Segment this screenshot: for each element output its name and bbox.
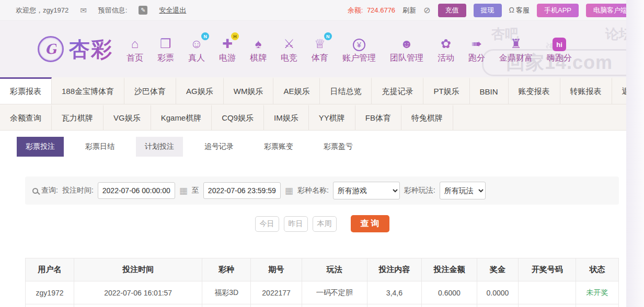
pc-client-button[interactable]: 电脑客户端	[586, 4, 635, 17]
tab-row1-11[interactable]: 转账报表	[560, 77, 612, 104]
time-from-input[interactable]	[98, 182, 175, 199]
topbar-left: 欢迎您，zgy1972 ✉ 预留信息: ✎ 安全退出	[16, 6, 198, 15]
calendar-icon[interactable]: ▦	[179, 185, 188, 196]
yesterday-button[interactable]: 昨日	[284, 216, 308, 232]
customer-service-link[interactable]: Ω客服	[509, 6, 530, 15]
nav-label: 账户管理	[342, 53, 376, 64]
tab-row1-1[interactable]: 188金宝博体育	[52, 77, 124, 104]
nav-icon-wrap: ¥	[353, 34, 365, 51]
tab-row2-3[interactable]: Kgame棋牌	[151, 104, 212, 130]
cell-empty	[26, 304, 74, 307]
withdraw-button[interactable]: 提现	[474, 4, 502, 17]
brand-logo[interactable]: G 杏彩	[38, 35, 113, 64]
this-week-button[interactable]: 本周	[313, 216, 337, 232]
nav-icon-wrap: ☺N	[190, 34, 203, 51]
nav-icon-wrap: ♜	[510, 34, 522, 51]
report-tabs-row1: 彩票报表188金宝博体育沙巴体育AG娱乐WM娱乐AE娱乐日结总览充提记录PT娱乐…	[0, 77, 644, 104]
query-button[interactable]: 查 询	[351, 215, 389, 232]
cell-empty	[74, 304, 202, 307]
play-type-label: 彩种玩法:	[404, 186, 435, 195]
tab-row1-7[interactable]: 充提记录	[372, 77, 423, 104]
nav-item-home[interactable]: ⌂首页	[126, 34, 143, 64]
tab-row1-3[interactable]: AG娱乐	[176, 77, 224, 104]
deposit-button[interactable]: 充值	[438, 4, 466, 17]
col-header-6: 投注金额	[422, 258, 477, 281]
tab-row2-2[interactable]: VG娱乐	[104, 104, 151, 130]
nav-label: 电游	[219, 53, 236, 64]
tab-row2-1[interactable]: 瓦力棋牌	[52, 104, 104, 130]
nav-label: 彩票	[157, 53, 174, 64]
tab-row2-0[interactable]: 余额查询	[0, 104, 52, 130]
nav-label: 棋牌	[250, 53, 267, 64]
nav-item-egame[interactable]: ✚H电游	[219, 34, 236, 64]
nav-item-lottery[interactable]: ❒彩票	[157, 34, 174, 64]
tab-row1-12[interactable]: 返点总额	[612, 77, 644, 104]
nav-item-hipaofen[interactable]: hi嗨跑分	[547, 34, 572, 64]
tab-row2-8[interactable]: 特兔棋牌	[401, 104, 453, 130]
nav-item-esports[interactable]: ⚔电竞	[281, 34, 297, 64]
nav-icon-wrap: ⌂	[131, 34, 139, 51]
nav-item-promo[interactable]: ✿活动	[438, 34, 454, 64]
tab-row2-4[interactable]: CQ9娱乐	[212, 104, 264, 130]
cell-empty	[519, 304, 576, 307]
cell-empty	[251, 304, 302, 307]
edit-pencil-icon[interactable]: ✎	[139, 6, 147, 15]
nav-label: 团队管理	[390, 53, 423, 64]
tab-row1-9[interactable]: BBIN	[470, 77, 509, 104]
subtab-0[interactable]: 彩票投注	[17, 137, 64, 157]
tab-row1-2[interactable]: 沙巴体育	[124, 77, 176, 104]
tab-row1-10[interactable]: 账变报表	[509, 77, 560, 104]
tab-row1-5[interactable]: AE娱乐	[273, 77, 320, 104]
tab-row1-6[interactable]: 日结总览	[320, 77, 372, 104]
balance: 余额: 724.6776	[348, 6, 395, 15]
cell-0-1: 2022-07-06 16:01:57	[74, 281, 202, 304]
nav-icon-wrap: hi	[553, 34, 566, 51]
nav-item-paofen[interactable]: ➠跑分	[468, 34, 485, 64]
message-envelope-icon[interactable]: ✉	[80, 6, 87, 15]
nav-label: 体育	[312, 53, 328, 64]
nav-item-account[interactable]: ¥账户管理	[342, 34, 376, 64]
subtab-1[interactable]: 彩票日结	[76, 137, 123, 157]
welcome-text: 欢迎您，zgy1972	[16, 6, 68, 15]
eye-slash-icon[interactable]: ⊘	[423, 5, 430, 15]
balance-label: 余额:	[348, 6, 363, 14]
home-icon: ⌂	[131, 37, 139, 51]
col-header-1: 投注时间	[74, 258, 202, 281]
time-to-input[interactable]	[203, 182, 281, 199]
nav-item-jinding[interactable]: ♜金鼎财富	[499, 34, 533, 64]
team-icon: ☻	[400, 37, 413, 51]
tab-row2-6[interactable]: YY棋牌	[309, 104, 355, 130]
today-button[interactable]: 今日	[255, 216, 279, 232]
nav-item-sports[interactable]: ♕N体育	[312, 34, 328, 64]
tab-row2-7[interactable]: FB体育	[355, 104, 401, 130]
mobile-app-button[interactable]: 手机APP	[537, 4, 579, 17]
subtab-5[interactable]: 彩票盈亏	[315, 137, 362, 157]
bet-time-label: 投注时间:	[62, 186, 94, 195]
search-icon	[32, 188, 38, 194]
nav-item-board[interactable]: ♠棋牌	[250, 34, 267, 64]
subtab-3[interactable]: 追号记录	[196, 137, 243, 157]
subtab-4[interactable]: 彩票账变	[255, 137, 302, 157]
play-select[interactable]: 所有玩法	[440, 182, 486, 199]
subtab-2[interactable]: 计划投注	[136, 137, 183, 157]
col-header-2: 彩种	[202, 258, 251, 281]
esports-icon: ⚔	[283, 37, 295, 51]
nav-icon-wrap: ⚔	[283, 34, 295, 51]
site-header: G 杏彩 ⌂首页❒彩票☺N真人✚H电游♠棋牌⚔电竞♕N体育¥账户管理☻团队管理✿…	[0, 21, 644, 77]
logout-link[interactable]: 安全退出	[159, 6, 186, 15]
nav-icon-wrap: ✿	[441, 34, 451, 51]
col-header-7: 奖金	[477, 258, 518, 281]
filter-panel: 查询: 投注时间: ▦ 至 ▦ 彩种名称: 所有游戏 彩种玩法: 所有玩法	[25, 176, 619, 205]
tab-row1-8[interactable]: PT娱乐	[423, 77, 469, 104]
calendar-icon[interactable]: ▦	[285, 185, 293, 196]
topbar-right: 余额: 724.6776 刷新 ⊘ 充值 提现 Ω客服 手机APP 电脑客户端	[340, 4, 635, 17]
tab-row1-4[interactable]: WM娱乐	[224, 77, 274, 104]
game-select[interactable]: 所有游戏	[333, 182, 400, 199]
refresh-link[interactable]: 刷新	[402, 6, 416, 15]
cell-empty	[477, 304, 518, 307]
cell-empty	[422, 304, 477, 307]
nav-item-live[interactable]: ☺N真人	[188, 34, 205, 64]
tab-row1-0[interactable]: 彩票报表	[0, 77, 52, 104]
tab-row2-5[interactable]: IM娱乐	[264, 104, 309, 130]
nav-item-team[interactable]: ☻团队管理	[390, 34, 423, 64]
